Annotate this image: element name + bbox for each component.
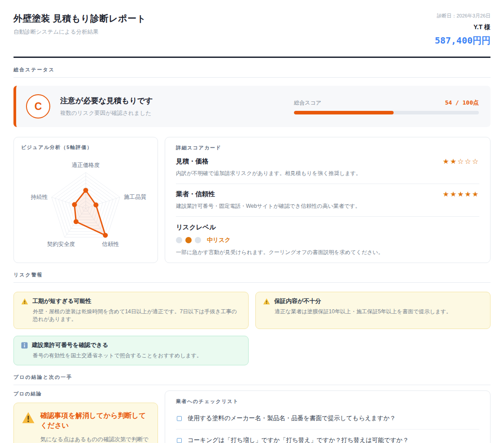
radar-data-point <box>72 202 77 207</box>
alert-license: 建設業許可番号を確認できる 番号の有効性を国土交通省ネットで照合することをおすす… <box>13 336 249 365</box>
scorecard: 詳細スコアカード 見積・価格 ★★☆☆☆ 内訳が不明確で追加請求リスクがあります… <box>165 137 491 263</box>
info-icon <box>21 342 28 349</box>
radar-card: ビジュアル分析（5軸評価） 適正価格度施工品質信頼性契約安全度持続性 <box>13 137 158 263</box>
risk-level-title: リスクレベル <box>176 223 479 232</box>
warning-icon <box>22 412 35 424</box>
checklist-item[interactable]: コーキングは「打ち増し」ですか「打ち替え」ですか？打ち替えは可能ですか？ <box>176 429 479 443</box>
score-item-price: 見積・価格 ★★☆☆☆ 内訳が不明確で追加請求リスクがあります。相見積もりを強く… <box>176 151 479 184</box>
radar-card-label: ビジュアル分析（5軸評価） <box>21 144 150 151</box>
radar-axis-label: 適正価格度 <box>72 162 100 168</box>
section-rule <box>13 282 491 283</box>
page-title: 外壁塗装 見積もり診断レポート <box>13 13 146 25</box>
checklist-item-text: 使用する塗料のメーカー名・製品名・品番を書面で提示してもらえますか？ <box>188 414 396 422</box>
checklist-label: 業者へのチェックリスト <box>176 398 479 405</box>
score-item-vendor: 業者・信頼性 ★★★★★ 建設業許可番号・固定電話・Webサイトが確認でき信頼性… <box>176 184 479 216</box>
conclusion-title: 確認事項を解消してから判断してください <box>40 411 150 431</box>
checklist-item-text: コーキングは「打ち増し」ですか「打ち替え」ですか？打ち替えは可能ですか？ <box>188 436 409 443</box>
status-subtext: 複数のリスク要因が確認されました <box>60 110 153 117</box>
radar-data-point <box>83 188 88 193</box>
alert-desc: 番号の有効性を国土交通省ネットで照合することをおすすめします。 <box>33 352 241 360</box>
section-rule <box>13 77 491 78</box>
score-label: 総合スコア <box>294 99 321 107</box>
conclusion-box: 確認事項を解消してから判断してください 気になる点はあるものの確認次第で判断でき… <box>13 403 158 443</box>
alert-desc: 適正な業者は塗膜保証10年以上・施工保証5年以上を書面で提示します。 <box>275 308 483 316</box>
radar-data-point <box>103 233 108 238</box>
alert-grid: 工期が短すぎる可能性 外壁・屋根の塗装は乾燥時間を含めて14日以上が適正です。7… <box>13 292 491 365</box>
conclusion-content: 確認事項を解消してから判断してください 気になる点はあるものの確認次第で判断でき… <box>40 411 150 443</box>
score-item-desc: 建設業許可番号・固定電話・Webサイトが確認でき信頼性の高い業者です。 <box>176 202 479 210</box>
warning-icon <box>21 298 28 305</box>
alert-title: 工期が短すぎる可能性 <box>32 297 91 305</box>
star-rating: ★★★★★ <box>443 190 479 198</box>
risk-dot <box>185 237 192 243</box>
alert-desc: 外壁・屋根の塗装は乾燥時間を含めて14日以上が適正です。7日以下は手抜き工事の恐… <box>33 308 241 323</box>
status-card: C 注意が必要な見積もりです 複数のリスク要因が確認されました 総合スコア 54… <box>13 86 491 127</box>
risk-dot <box>195 237 201 243</box>
score-row: 総合スコア 54 / 100点 <box>294 99 479 107</box>
radar-chart: 適正価格度施工品質信頼性契約安全度持続性 <box>21 151 150 255</box>
risk-level-desc: 一部に急かす言動が見受けられます。クーリングオフの書面説明を求めてください。 <box>176 249 479 256</box>
report-header: 外壁塗装 見積もり診断レポート 自動診断システムによる分析結果 診断日：2026… <box>13 13 491 47</box>
section-label-risk: リスク警報 <box>13 272 491 278</box>
risk-dot <box>176 237 182 243</box>
alert-header: 工期が短すぎる可能性 <box>21 297 241 305</box>
section-label-status: 総合ステータス <box>13 66 491 73</box>
score-value: 54 / 100点 <box>445 99 479 107</box>
analysis-row: ビジュアル分析（5軸評価） 適正価格度施工品質信頼性契約安全度持続性 詳細スコア… <box>13 137 491 263</box>
status-headline: 注意が必要な見積もりです <box>60 96 153 106</box>
radar-axis-label: 持続性 <box>30 194 48 200</box>
checklist-item[interactable]: 使用する塗料のメーカー名・製品名・品番を書面で提示してもらえますか？ <box>176 408 479 429</box>
checklist-card: 業者へのチェックリスト 使用する塗料のメーカー名・製品名・品番を書面で提示しても… <box>165 390 491 443</box>
star-rating: ★★☆☆☆ <box>443 157 479 166</box>
alert-warranty: 保証内容が不十分 適正な業者は塗膜保証10年以上・施工保証5年以上を書面で提示し… <box>255 292 491 329</box>
score-progress-fill <box>294 111 394 114</box>
radar-axis-label: 信頼性 <box>101 241 119 247</box>
section-label-conclusion: プロの結論と次の一手 <box>13 374 491 381</box>
score-item-name: 業者・信頼性 <box>176 190 215 198</box>
conclusion-column: プロの結論 確認事項を解消してから判断してください 気になる点はあるものの確認次… <box>13 390 158 443</box>
checkbox[interactable] <box>177 416 182 421</box>
header-divider <box>13 57 491 58</box>
score-area: 総合スコア 54 / 100点 <box>294 99 479 114</box>
diagnosis-date: 診断日：2026年3月26日 <box>435 13 491 19</box>
risk-level-label: 中リスク <box>207 236 231 244</box>
radar-data-point <box>93 202 98 207</box>
section-rule <box>13 385 491 385</box>
alert-header: 建設業許可番号を確認できる <box>21 341 241 349</box>
radar-axis-label: 契約安全度 <box>47 241 75 247</box>
scorecard-label: 詳細スコアカード <box>176 145 479 151</box>
estimate-amount: 587,400円円 <box>435 35 491 47</box>
grade-badge: C <box>26 94 50 118</box>
checkbox[interactable] <box>177 438 182 443</box>
risk-level-block: リスクレベル 中リスク 一部に急かす言動が見受けられます。クーリングオフの書面説… <box>176 217 479 256</box>
report-page: 外壁塗装 見積もり診断レポート 自動診断システムによる分析結果 診断日：2026… <box>0 0 504 443</box>
radar-data-point <box>74 219 79 224</box>
customer-name: Y.T 様 <box>435 23 491 31</box>
score-item-name: 見積・価格 <box>176 157 209 166</box>
warning-icon <box>263 298 270 305</box>
conclusion-sub-label: プロの結論 <box>13 390 158 397</box>
status-text: 注意が必要な見積もりです 複数のリスク要因が確認されました <box>60 96 153 117</box>
risk-dots: 中リスク <box>176 236 479 244</box>
alert-schedule: 工期が短すぎる可能性 外壁・屋根の塗装は乾燥時間を含めて14日以上が適正です。7… <box>13 292 249 329</box>
score-item-row: 見積・価格 ★★☆☆☆ <box>176 157 479 166</box>
alert-header: 保証内容が不十分 <box>263 297 483 305</box>
checklist-items: 使用する塗料のメーカー名・製品名・品番を書面で提示してもらえますか？ コーキング… <box>176 408 479 443</box>
page-subtitle: 自動診断システムによる分析結果 <box>13 28 146 36</box>
radar-axis-label: 施工品質 <box>124 194 147 200</box>
score-progress-track <box>294 111 479 114</box>
conclusion-row: プロの結論 確認事項を解消してから判断してください 気になる点はあるものの確認次… <box>13 390 491 443</box>
conclusion-body: 気になる点はあるものの確認次第で判断できるレベルです。チェックリストを業者に確認… <box>40 435 150 443</box>
header-right: 診断日：2026年3月26日 Y.T 様 587,400円円 <box>435 13 491 47</box>
score-item-desc: 内訳が不明確で追加請求リスクがあります。相見積もりを強く推奨します。 <box>176 170 479 177</box>
alert-title: 建設業許可番号を確認できる <box>32 341 108 349</box>
score-item-row: 業者・信頼性 ★★★★★ <box>176 190 479 198</box>
header-left: 外壁塗装 見積もり診断レポート 自動診断システムによる分析結果 <box>13 13 146 36</box>
alert-title: 保証内容が不十分 <box>274 297 321 305</box>
